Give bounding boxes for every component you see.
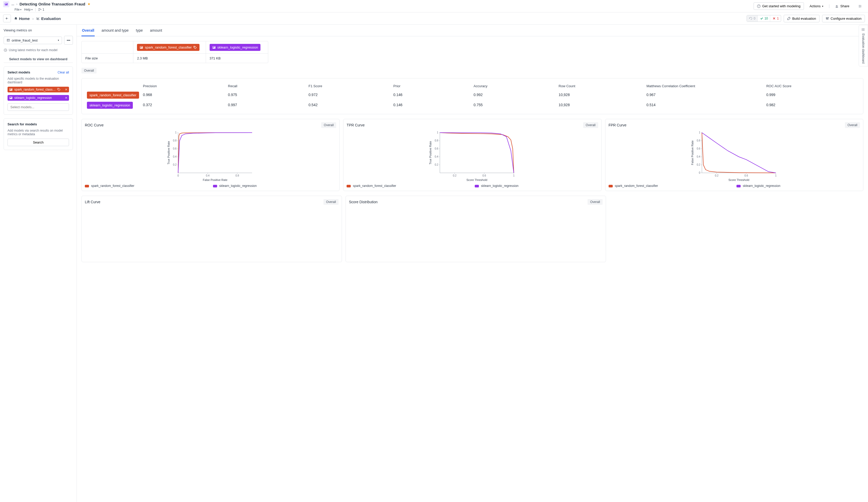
app-header: ... › Detecting Online Transaction Fraud…	[0, 0, 868, 12]
dataset-select[interactable]: online_fraud_test ▾	[4, 37, 62, 44]
chart-tag: Overall	[588, 199, 603, 205]
svg-point-2	[39, 10, 39, 11]
status-group: 0 10 1	[747, 15, 781, 22]
tabs: Overall amount and type type amount	[77, 25, 868, 36]
configure-evaluation-button[interactable]: Configure evaluation	[822, 15, 865, 22]
clear-all-link[interactable]: Clear all	[58, 71, 69, 74]
status-failed[interactable]: 1	[770, 15, 781, 22]
status-pending[interactable]: 0	[747, 15, 758, 22]
branch-indicator[interactable]: 1	[38, 8, 44, 11]
svg-text:True Positive Rate: True Positive Rate	[167, 141, 170, 164]
panel-title: Search for models	[8, 122, 69, 126]
metrics-header: Recall	[225, 82, 305, 90]
svg-text:0: 0	[699, 171, 700, 174]
legend-label: sklearn_logistic_regression	[219, 184, 257, 188]
svg-text:1: 1	[775, 174, 777, 177]
chart-tag: Overall	[845, 122, 860, 128]
share-button[interactable]: Share	[832, 3, 852, 10]
star-icon[interactable]: ★	[87, 2, 91, 6]
get-started-button[interactable]: Get started with modeling	[754, 2, 804, 10]
svg-text:0.4: 0.4	[206, 174, 210, 177]
metrics-header: Precision	[140, 82, 225, 90]
svg-text:0.6: 0.6	[173, 147, 177, 150]
page-title: Detecting Online Transaction Fraud	[19, 2, 85, 6]
breadcrumb-home[interactable]: Home	[14, 16, 30, 21]
build-evaluation-button[interactable]: Build evaluation	[784, 15, 819, 22]
section-tag-overall: Overall	[81, 68, 96, 73]
svg-text:0.8: 0.8	[696, 139, 700, 142]
metrics-value: 0.992	[471, 90, 556, 100]
remove-chip-icon[interactable]: ✕	[65, 96, 68, 100]
panel-toggle-icon[interactable]	[855, 3, 865, 10]
svg-point-15	[826, 18, 826, 18]
svg-text:1: 1	[175, 131, 177, 134]
status-passed[interactable]: 10	[758, 15, 770, 22]
sidebar: Viewing metrics on online_fraud_test ▾ •…	[0, 25, 77, 502]
chart-tag: Overall	[583, 122, 598, 128]
right-rail-label: Evaluation dashboard	[861, 33, 865, 64]
metrics-value: 0.514	[643, 100, 763, 110]
chart-title: Lift Curve	[85, 200, 100, 204]
info-label: File size	[82, 54, 133, 63]
chart-lift: Lift Curve Overall	[81, 196, 342, 262]
metrics-value: 10,928	[555, 90, 643, 100]
metrics-value: 0.755	[471, 100, 556, 110]
menu-help[interactable]: Help▾	[24, 8, 33, 11]
svg-text:1: 1	[699, 131, 700, 134]
tab-amount-and-type[interactable]: amount and type	[101, 28, 129, 36]
svg-point-23	[58, 89, 59, 89]
svg-text:0.2: 0.2	[453, 174, 457, 177]
remove-chip-icon[interactable]: ✕	[65, 88, 68, 91]
back-button[interactable]	[3, 14, 11, 22]
svg-text:0.6: 0.6	[696, 147, 700, 150]
metrics-header: F1 Score	[305, 82, 390, 90]
select-models-input[interactable]	[8, 103, 69, 111]
chart-tag: Overall	[321, 122, 336, 128]
actions-menu[interactable]: Actions▾	[807, 3, 827, 10]
metrics-model-cell: spark_random_forest_classifier	[85, 90, 140, 100]
tab-amount[interactable]: amount	[149, 28, 163, 36]
metrics-header: Accuracy	[471, 82, 556, 90]
model-chip-rf[interactable]: spark_random_forest_class… ✕	[8, 87, 69, 92]
chevron-right-icon: ›	[32, 16, 34, 21]
svg-text:0.8: 0.8	[435, 139, 438, 142]
svg-text:0.2: 0.2	[715, 174, 718, 177]
model-chip-logreg[interactable]: sklearn_logistic_regression ✕	[8, 95, 69, 101]
metrics-model-cell: sklearn_logistic_regression	[85, 100, 140, 110]
model-pill-rf[interactable]: spark_random_forest_classifier	[137, 44, 199, 51]
svg-text:0.2: 0.2	[173, 163, 177, 166]
svg-text:False Positive Rate: False Positive Rate	[691, 141, 694, 165]
menu-file[interactable]: File▾	[14, 8, 22, 11]
model-info-table: spark_random_forest_classifier sklearn_l…	[81, 41, 268, 63]
svg-text:0.6: 0.6	[435, 147, 438, 150]
chart-title: FPR Curve	[609, 123, 627, 127]
metrics-value: 0.982	[763, 100, 859, 110]
metrics-header: Prior	[390, 82, 470, 90]
svg-point-3	[40, 9, 41, 10]
right-rail[interactable]: Evaluation dashboard	[859, 25, 868, 66]
svg-text:0: 0	[177, 174, 179, 177]
svg-point-17	[828, 17, 828, 18]
svg-text:Score Threshold: Score Threshold	[466, 178, 487, 182]
breadcrumb-ellipsis[interactable]: ...	[11, 2, 14, 6]
chart-fpr: FPR Curve Overall 00.20.40.60.810.20.61S…	[605, 119, 863, 191]
legend-label: sklearn_logistic_regression	[743, 184, 780, 188]
svg-text:True Positive Rate: True Positive Rate	[429, 141, 432, 164]
svg-point-7	[837, 6, 838, 6]
divider	[35, 8, 35, 11]
svg-text:0.2: 0.2	[696, 163, 700, 166]
metrics-hint: Using latest metrics for each model	[4, 48, 73, 52]
dataset-options-button[interactable]: •••	[64, 36, 73, 45]
svg-point-6	[836, 5, 837, 6]
model-pill-logreg[interactable]: sklearn_logistic_regression	[210, 44, 261, 51]
search-models-panel: Search for models Add models via search …	[4, 119, 73, 150]
svg-text:0.8: 0.8	[173, 139, 177, 142]
filesize-rf: 2.3 MB	[133, 54, 206, 63]
chart-title: TPR Curve	[347, 123, 364, 127]
tab-overall[interactable]: Overall	[81, 28, 95, 36]
metrics-table: PrecisionRecallF1 ScorePriorAccuracyRow …	[81, 78, 863, 114]
tab-type[interactable]: type	[135, 28, 143, 36]
search-button[interactable]: Search	[8, 139, 69, 146]
svg-text:0.2: 0.2	[435, 163, 438, 166]
svg-point-26	[194, 47, 195, 47]
